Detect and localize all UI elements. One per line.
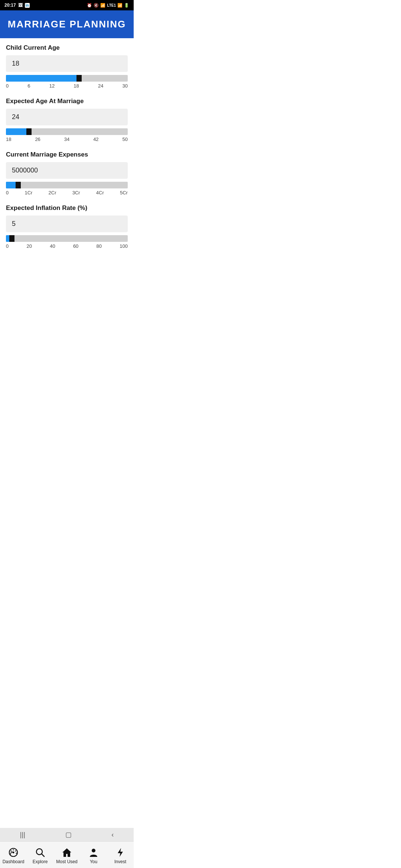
lte-icon: LTE1 — [107, 3, 116, 7]
app-header: MARRIAGE PLANNING — [0, 10, 134, 38]
marriage-age-slider-track — [6, 128, 128, 135]
status-right: ⏰ 🔇 📶 LTE1 📶 🔋 — [87, 3, 129, 8]
signal-icon: 📶 — [117, 3, 123, 8]
mute-icon: 🔇 — [94, 3, 99, 8]
status-left: 20:17 🖼 in — [4, 3, 30, 8]
photo-icon: 🖼 — [18, 3, 23, 8]
label-42: 42 — [93, 137, 98, 142]
label-18: 18 — [74, 83, 79, 89]
expenses-slider-labels: 0 1Cr 2Cr 3Cr 4Cr 5Cr — [6, 190, 128, 195]
child-age-slider-labels: 0 6 12 18 24 30 — [6, 83, 128, 89]
main-content: Child Current Age 18 0 6 12 18 24 30 Exp… — [0, 38, 134, 302]
label-20: 20 — [26, 243, 32, 249]
label-0: 0 — [6, 243, 9, 249]
inflation-slider-container[interactable]: 0 20 40 60 80 100 — [6, 235, 128, 249]
label-5cr: 5Cr — [120, 190, 128, 195]
label-100: 100 — [120, 243, 128, 249]
inflation-slider-labels: 0 20 40 60 80 100 — [6, 243, 128, 249]
marriage-expenses-label: Current Marriage Expenses — [6, 151, 128, 158]
label-18: 18 — [6, 137, 11, 142]
child-current-age-value: 18 — [6, 55, 128, 72]
status-bar: 20:17 🖼 in ⏰ 🔇 📶 LTE1 📶 🔋 — [0, 0, 134, 10]
child-current-age-label: Child Current Age — [6, 44, 128, 52]
section-expected-age-marriage: Expected Age At Marriage 24 18 26 34 42 … — [6, 98, 128, 142]
label-26: 26 — [35, 137, 40, 142]
label-34: 34 — [64, 137, 69, 142]
inflation-rate-value: 5 — [6, 216, 128, 232]
label-12: 12 — [49, 83, 55, 89]
app-title: MARRIAGE PLANNING — [6, 19, 128, 30]
label-3cr: 3Cr — [72, 190, 80, 195]
battery-icon: 🔋 — [124, 3, 129, 8]
child-age-slider-thumb — [76, 75, 82, 82]
alarm-icon: ⏰ — [87, 3, 92, 8]
expenses-slider-container[interactable]: 0 1Cr 2Cr 3Cr 4Cr 5Cr — [6, 182, 128, 195]
label-0: 0 — [6, 190, 9, 195]
label-30: 30 — [123, 83, 128, 89]
inflation-rate-label: Expected Inflation Rate (%) — [6, 204, 128, 212]
marriage-expenses-value: 5000000 — [6, 162, 128, 179]
section-inflation-rate: Expected Inflation Rate (%) 5 0 20 40 60… — [6, 204, 128, 249]
inflation-slider-thumb — [9, 235, 14, 242]
expected-age-marriage-value: 24 — [6, 109, 128, 125]
section-child-current-age: Child Current Age 18 0 6 12 18 24 30 — [6, 44, 128, 89]
label-2cr: 2Cr — [49, 190, 56, 195]
marriage-age-slider-thumb — [26, 128, 32, 135]
child-age-slider-track — [6, 75, 128, 82]
child-age-slider-container[interactable]: 0 6 12 18 24 30 — [6, 75, 128, 89]
label-24: 24 — [98, 83, 103, 89]
expected-age-marriage-label: Expected Age At Marriage — [6, 98, 128, 105]
wifi-icon: 📶 — [100, 3, 105, 8]
marriage-age-slider-fill — [6, 128, 29, 135]
section-marriage-expenses: Current Marriage Expenses 5000000 0 1Cr … — [6, 151, 128, 195]
label-0: 0 — [6, 83, 9, 89]
label-80: 80 — [97, 243, 102, 249]
linkedin-icon: in — [25, 3, 30, 8]
label-60: 60 — [73, 243, 78, 249]
time: 20:17 — [4, 3, 16, 8]
expenses-slider-track — [6, 182, 128, 188]
label-1cr: 1Cr — [25, 190, 32, 195]
expenses-slider-thumb — [16, 182, 21, 188]
label-40: 40 — [50, 243, 55, 249]
label-4cr: 4Cr — [96, 190, 104, 195]
child-age-slider-fill — [6, 75, 79, 82]
label-50: 50 — [123, 137, 128, 142]
marriage-age-slider-labels: 18 26 34 42 50 — [6, 137, 128, 142]
inflation-slider-track — [6, 235, 128, 242]
marriage-age-slider-container[interactable]: 18 26 34 42 50 — [6, 128, 128, 142]
label-6: 6 — [27, 83, 30, 89]
